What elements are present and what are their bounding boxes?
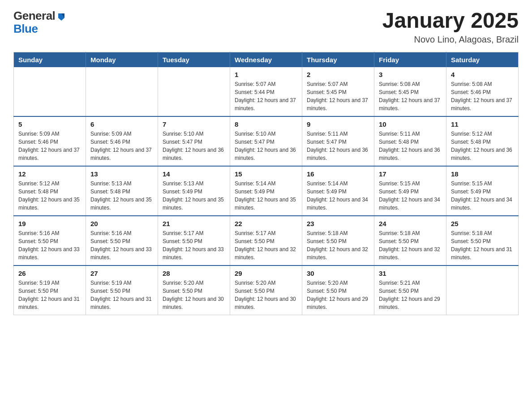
calendar-cell: 29Sunrise: 5:20 AMSunset: 5:50 PMDayligh… xyxy=(230,265,302,315)
day-number: 22 xyxy=(235,220,297,227)
day-info: Sunrise: 5:16 AMSunset: 5:50 PMDaylight:… xyxy=(18,229,81,261)
day-number: 5 xyxy=(18,120,81,128)
calendar-cell: 28Sunrise: 5:20 AMSunset: 5:50 PMDayligh… xyxy=(158,265,230,315)
calendar-cell: 13Sunrise: 5:13 AMSunset: 5:48 PMDayligh… xyxy=(86,166,158,216)
calendar-cell xyxy=(14,67,86,116)
day-number: 12 xyxy=(18,170,81,178)
day-info: Sunrise: 5:16 AMSunset: 5:50 PMDaylight:… xyxy=(90,229,153,261)
day-number: 27 xyxy=(90,270,153,277)
day-number: 31 xyxy=(379,270,442,277)
day-info: Sunrise: 5:08 AMSunset: 5:45 PMDaylight:… xyxy=(379,80,442,112)
day-info: Sunrise: 5:12 AMSunset: 5:48 PMDaylight:… xyxy=(451,130,514,162)
calendar-cell: 10Sunrise: 5:11 AMSunset: 5:48 PMDayligh… xyxy=(374,116,446,166)
day-info: Sunrise: 5:21 AMSunset: 5:50 PMDaylight:… xyxy=(379,279,442,311)
day-number: 16 xyxy=(307,170,369,178)
calendar-header-friday: Friday xyxy=(374,52,446,67)
day-number: 19 xyxy=(18,220,81,227)
calendar-cell: 19Sunrise: 5:16 AMSunset: 5:50 PMDayligh… xyxy=(14,216,86,265)
day-info: Sunrise: 5:14 AMSunset: 5:49 PMDaylight:… xyxy=(307,180,369,212)
day-info: Sunrise: 5:12 AMSunset: 5:48 PMDaylight:… xyxy=(18,180,81,212)
page-title: January 2025 xyxy=(382,9,519,33)
day-info: Sunrise: 5:10 AMSunset: 5:47 PMDaylight:… xyxy=(235,130,297,162)
day-number: 6 xyxy=(90,120,153,128)
calendar-cell: 4Sunrise: 5:08 AMSunset: 5:46 PMDaylight… xyxy=(446,67,519,116)
calendar-week-row: 1Sunrise: 5:07 AMSunset: 5:44 PMDaylight… xyxy=(14,67,519,116)
calendar-cell: 21Sunrise: 5:17 AMSunset: 5:50 PMDayligh… xyxy=(158,216,230,265)
logo-general-text: General xyxy=(13,9,55,23)
day-number: 30 xyxy=(307,270,369,277)
day-info: Sunrise: 5:08 AMSunset: 5:46 PMDaylight:… xyxy=(451,80,514,112)
day-info: Sunrise: 5:18 AMSunset: 5:50 PMDaylight:… xyxy=(307,229,369,261)
logo: General Blue xyxy=(13,9,66,36)
day-info: Sunrise: 5:19 AMSunset: 5:50 PMDaylight:… xyxy=(90,279,153,311)
day-info: Sunrise: 5:20 AMSunset: 5:50 PMDaylight:… xyxy=(163,279,225,311)
calendar-cell: 12Sunrise: 5:12 AMSunset: 5:48 PMDayligh… xyxy=(14,166,86,216)
day-number: 15 xyxy=(235,170,297,178)
day-info: Sunrise: 5:07 AMSunset: 5:44 PMDaylight:… xyxy=(235,80,297,112)
calendar-week-row: 19Sunrise: 5:16 AMSunset: 5:50 PMDayligh… xyxy=(14,216,519,265)
day-info: Sunrise: 5:09 AMSunset: 5:46 PMDaylight:… xyxy=(90,130,153,162)
calendar-cell: 30Sunrise: 5:20 AMSunset: 5:50 PMDayligh… xyxy=(302,265,374,315)
calendar-cell xyxy=(446,265,519,315)
calendar-week-row: 12Sunrise: 5:12 AMSunset: 5:48 PMDayligh… xyxy=(14,166,519,216)
day-number: 24 xyxy=(379,220,442,227)
day-number: 1 xyxy=(235,71,297,78)
logo-arrow-icon xyxy=(56,12,66,21)
day-info: Sunrise: 5:14 AMSunset: 5:49 PMDaylight:… xyxy=(235,180,297,212)
day-number: 25 xyxy=(451,220,514,227)
calendar-cell: 3Sunrise: 5:08 AMSunset: 5:45 PMDaylight… xyxy=(374,67,446,116)
calendar-cell: 16Sunrise: 5:14 AMSunset: 5:49 PMDayligh… xyxy=(302,166,374,216)
calendar-cell: 24Sunrise: 5:18 AMSunset: 5:50 PMDayligh… xyxy=(374,216,446,265)
calendar-header-saturday: Saturday xyxy=(446,52,519,67)
calendar-cell: 20Sunrise: 5:16 AMSunset: 5:50 PMDayligh… xyxy=(86,216,158,265)
day-number: 23 xyxy=(307,220,369,227)
calendar-cell xyxy=(86,67,158,116)
day-info: Sunrise: 5:15 AMSunset: 5:49 PMDaylight:… xyxy=(451,180,514,212)
calendar-cell: 26Sunrise: 5:19 AMSunset: 5:50 PMDayligh… xyxy=(14,265,86,315)
calendar-week-row: 26Sunrise: 5:19 AMSunset: 5:50 PMDayligh… xyxy=(14,265,519,315)
page-header: General Blue January 2025 Novo Lino, Ala… xyxy=(13,9,519,45)
day-number: 2 xyxy=(307,71,369,78)
calendar-header-monday: Monday xyxy=(86,52,158,67)
calendar-header-row: SundayMondayTuesdayWednesdayThursdayFrid… xyxy=(14,52,519,67)
day-info: Sunrise: 5:18 AMSunset: 5:50 PMDaylight:… xyxy=(451,229,514,261)
calendar-cell: 17Sunrise: 5:15 AMSunset: 5:49 PMDayligh… xyxy=(374,166,446,216)
calendar-cell: 6Sunrise: 5:09 AMSunset: 5:46 PMDaylight… xyxy=(86,116,158,166)
day-info: Sunrise: 5:17 AMSunset: 5:50 PMDaylight:… xyxy=(235,229,297,261)
day-info: Sunrise: 5:13 AMSunset: 5:48 PMDaylight:… xyxy=(90,180,153,212)
day-info: Sunrise: 5:10 AMSunset: 5:47 PMDaylight:… xyxy=(163,130,225,162)
day-number: 18 xyxy=(451,170,514,178)
calendar-cell: 2Sunrise: 5:07 AMSunset: 5:45 PMDaylight… xyxy=(302,67,374,116)
day-number: 11 xyxy=(451,120,514,128)
day-info: Sunrise: 5:17 AMSunset: 5:50 PMDaylight:… xyxy=(163,229,225,261)
day-number: 28 xyxy=(163,270,225,277)
calendar-cell: 27Sunrise: 5:19 AMSunset: 5:50 PMDayligh… xyxy=(86,265,158,315)
calendar-cell: 22Sunrise: 5:17 AMSunset: 5:50 PMDayligh… xyxy=(230,216,302,265)
calendar-cell xyxy=(158,67,230,116)
calendar-header-tuesday: Tuesday xyxy=(158,52,230,67)
calendar-header-sunday: Sunday xyxy=(14,52,86,67)
day-number: 20 xyxy=(90,220,153,227)
title-block: January 2025 Novo Lino, Alagoas, Brazil xyxy=(382,9,519,45)
calendar-cell: 15Sunrise: 5:14 AMSunset: 5:49 PMDayligh… xyxy=(230,166,302,216)
day-info: Sunrise: 5:20 AMSunset: 5:50 PMDaylight:… xyxy=(307,279,369,311)
day-info: Sunrise: 5:11 AMSunset: 5:48 PMDaylight:… xyxy=(379,130,442,162)
page-subtitle: Novo Lino, Alagoas, Brazil xyxy=(382,34,519,45)
calendar-header-thursday: Thursday xyxy=(302,52,374,67)
calendar-cell: 23Sunrise: 5:18 AMSunset: 5:50 PMDayligh… xyxy=(302,216,374,265)
day-number: 26 xyxy=(18,270,81,277)
calendar-cell: 31Sunrise: 5:21 AMSunset: 5:50 PMDayligh… xyxy=(374,265,446,315)
calendar-table: SundayMondayTuesdayWednesdayThursdayFrid… xyxy=(13,52,519,315)
calendar-cell: 5Sunrise: 5:09 AMSunset: 5:46 PMDaylight… xyxy=(14,116,86,166)
day-number: 9 xyxy=(307,120,369,128)
calendar-cell: 14Sunrise: 5:13 AMSunset: 5:49 PMDayligh… xyxy=(158,166,230,216)
calendar-cell: 11Sunrise: 5:12 AMSunset: 5:48 PMDayligh… xyxy=(446,116,519,166)
day-info: Sunrise: 5:19 AMSunset: 5:50 PMDaylight:… xyxy=(18,279,81,311)
calendar-cell: 18Sunrise: 5:15 AMSunset: 5:49 PMDayligh… xyxy=(446,166,519,216)
day-info: Sunrise: 5:11 AMSunset: 5:47 PMDaylight:… xyxy=(307,130,369,162)
day-number: 13 xyxy=(90,170,153,178)
calendar-cell: 25Sunrise: 5:18 AMSunset: 5:50 PMDayligh… xyxy=(446,216,519,265)
day-info: Sunrise: 5:09 AMSunset: 5:46 PMDaylight:… xyxy=(18,130,81,162)
day-number: 14 xyxy=(163,170,225,178)
calendar-cell: 9Sunrise: 5:11 AMSunset: 5:47 PMDaylight… xyxy=(302,116,374,166)
